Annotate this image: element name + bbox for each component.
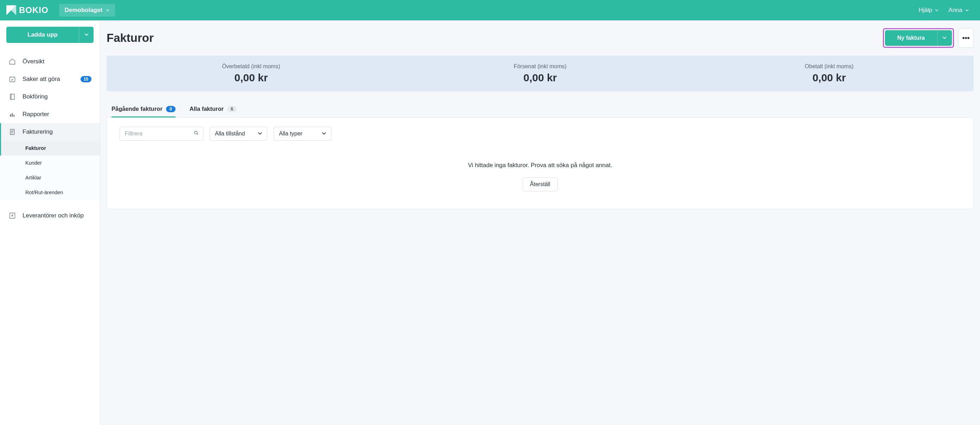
user-menu[interactable]: Anna xyxy=(943,4,974,16)
sidebar-item-label: Rapporter xyxy=(22,111,49,118)
summary-overpaid: Överbetald (inkl moms) 0,00 kr xyxy=(107,63,396,84)
sidebar: Ladda upp Översikt Saker att göra 15 Bok… xyxy=(0,21,100,425)
sidebar-item-reports[interactable]: Rapporter xyxy=(0,105,100,123)
chevron-down-icon xyxy=(942,35,947,41)
book-icon xyxy=(8,93,16,100)
company-switcher[interactable]: Demobolaget xyxy=(59,4,115,16)
new-invoice-more-button[interactable] xyxy=(937,30,952,46)
subnav-articles[interactable]: Artiklar xyxy=(0,170,100,185)
more-actions-button[interactable]: ••• xyxy=(958,28,974,48)
summary-label: Obetalt (inkl moms) xyxy=(684,63,974,70)
empty-state: Vi hittade inga fakturor. Prova att söka… xyxy=(119,162,961,191)
logo-icon xyxy=(6,5,16,15)
summary-bar: Överbetald (inkl moms) 0,00 kr Försenat … xyxy=(107,56,974,91)
empty-message: Vi hittade inga fakturor. Prova att söka… xyxy=(119,162,961,169)
company-name: Demobolaget xyxy=(65,7,103,14)
svg-rect-6 xyxy=(13,115,14,117)
subnav-customers[interactable]: Kunder xyxy=(0,156,100,170)
sidebar-item-label: Fakturering xyxy=(22,129,53,135)
brand-name: BOKIO xyxy=(19,5,49,15)
help-link[interactable]: Hjälp xyxy=(914,4,944,16)
highlight-annotation: Ny faktura xyxy=(883,28,954,48)
tab-bar: Pågående fakturor 0 Alla fakturor 6 xyxy=(107,105,974,118)
sidebar-item-suppliers[interactable]: Leverantörer och inköp xyxy=(0,207,100,224)
upload-button-more[interactable] xyxy=(79,27,94,43)
sidebar-item-bookkeeping[interactable]: Bokföring xyxy=(0,88,100,105)
select-label: Alla tillstånd xyxy=(215,131,245,137)
chevron-down-icon xyxy=(106,7,110,14)
sidebar-subnav: Fakturor Kunder Artiklar Rot/Rut-ärenden xyxy=(0,141,100,200)
new-invoice-button[interactable]: Ny faktura xyxy=(885,30,937,46)
filters-panel: Alla tillstånd Alla typer Vi hittade ing… xyxy=(107,118,974,209)
summary-label: Försenat (inkl moms) xyxy=(396,63,685,70)
chevron-down-icon xyxy=(935,7,939,14)
todo-badge: 15 xyxy=(81,76,91,82)
chevron-down-icon xyxy=(84,32,89,38)
main-content: Fakturor Ny faktura ••• Överbetald (ink xyxy=(100,21,980,425)
sidebar-item-label: Leverantörer och inköp xyxy=(22,212,84,219)
ellipsis-icon: ••• xyxy=(962,34,969,42)
summary-value: 0,00 kr xyxy=(107,72,396,84)
summary-value: 0,00 kr xyxy=(684,72,974,84)
tab-label: Pågående fakturor xyxy=(111,105,162,112)
type-select[interactable]: Alla typer xyxy=(274,127,331,141)
filter-input[interactable] xyxy=(119,127,203,141)
home-icon xyxy=(8,58,16,65)
subnav-rotrut[interactable]: Rot/Rut-ärenden xyxy=(0,185,100,200)
sidebar-item-label: Bokföring xyxy=(22,93,48,100)
sidebar-item-todo[interactable]: Saker att göra 15 xyxy=(0,70,100,88)
chevron-down-icon xyxy=(965,7,969,14)
user-label: Anna xyxy=(948,7,963,14)
svg-point-9 xyxy=(194,131,197,134)
sidebar-item-label: Översikt xyxy=(22,58,45,65)
summary-label: Överbetald (inkl moms) xyxy=(107,63,396,70)
invoice-icon xyxy=(8,128,16,136)
sidebar-item-label: Saker att göra xyxy=(22,76,60,83)
chevron-down-icon xyxy=(258,131,262,137)
summary-overdue: Försenat (inkl moms) 0,00 kr xyxy=(396,63,685,84)
subnav-invoices[interactable]: Fakturor xyxy=(0,141,100,156)
tab-all[interactable]: Alla fakturor 6 xyxy=(189,105,237,117)
tab-label: Alla fakturor xyxy=(189,105,224,112)
tab-ongoing[interactable]: Pågående fakturor 0 xyxy=(111,105,175,117)
download-box-icon xyxy=(8,212,16,220)
topbar: BOKIO Demobolaget Hjälp Anna xyxy=(0,0,980,21)
sidebar-item-overview[interactable]: Översikt xyxy=(0,53,100,70)
svg-rect-3 xyxy=(10,94,14,100)
sidebar-item-invoicing[interactable]: Fakturering xyxy=(0,123,100,141)
summary-value: 0,00 kr xyxy=(396,72,685,84)
svg-rect-4 xyxy=(10,115,11,117)
search-icon[interactable] xyxy=(194,130,199,137)
tab-badge: 6 xyxy=(227,106,237,112)
brand-logo[interactable]: BOKIO xyxy=(6,5,49,15)
svg-rect-5 xyxy=(12,113,13,117)
reset-button[interactable]: Återställ xyxy=(523,177,558,191)
tab-badge: 0 xyxy=(166,106,175,112)
summary-unpaid: Obetalt (inkl moms) 0,00 kr xyxy=(684,63,974,84)
calendar-check-icon xyxy=(8,75,16,83)
help-label: Hjälp xyxy=(919,7,932,14)
filter-row: Alla tillstånd Alla typer xyxy=(119,127,961,141)
bar-chart-icon xyxy=(8,110,16,118)
page-title: Fakturor xyxy=(107,31,154,45)
chevron-down-icon xyxy=(322,131,326,137)
page-header: Fakturor Ny faktura ••• xyxy=(107,28,974,48)
filter-input-wrap xyxy=(119,127,203,141)
status-select[interactable]: Alla tillstånd xyxy=(210,127,267,141)
upload-button[interactable]: Ladda upp xyxy=(6,27,79,43)
select-label: Alla typer xyxy=(279,131,302,137)
